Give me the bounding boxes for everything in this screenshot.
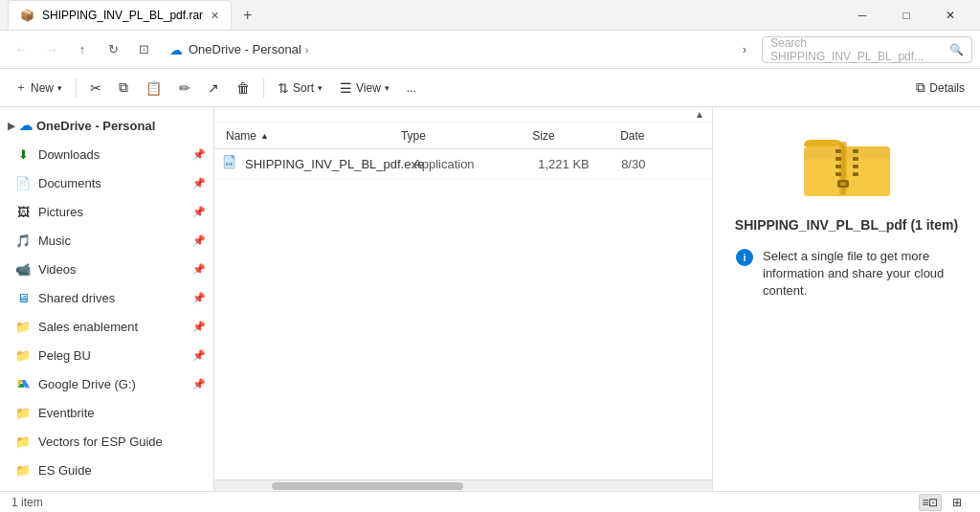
esguide-icon: 📁 [15, 462, 31, 478]
search-input[interactable]: Search SHIPPING_INV_PL_BL_pdf... 🔍 [762, 36, 972, 63]
back-button[interactable]: ← [8, 36, 34, 63]
cut-icon: ✂ [90, 80, 101, 96]
sidebar-item-sales[interactable]: 📁 Sales enablement 📌 [0, 312, 213, 341]
sort-label: Sort [293, 81, 314, 95]
forward-button[interactable]: → [38, 36, 65, 63]
pin-icon: 📌 [192, 263, 206, 276]
sidebar-item-pictures[interactable]: 🖼 Pictures 📌 [0, 197, 213, 226]
sort-arrow-icon: ▲ [695, 109, 704, 120]
sidebar-item-esguide[interactable]: 📁 ES Guide [0, 456, 213, 484]
delete-button[interactable]: 🗑 [229, 74, 257, 102]
grid-view-button[interactable]: ⊞ [946, 494, 969, 511]
maximize-button[interactable]: □ [884, 0, 928, 31]
file-list-header: Name ▲ Type Size Date [214, 122, 712, 149]
file-list: ▲ Name ▲ Type Size Date [214, 107, 712, 491]
music-icon: 🎵 [15, 233, 31, 248]
sort-chevron-icon: ▾ [318, 83, 323, 93]
paste-button[interactable]: 📋 [138, 74, 169, 102]
pin-icon: 📌 [192, 292, 206, 304]
more-button[interactable]: ... [399, 74, 424, 102]
sidebar-header-label: OneDrive - Personal [36, 119, 155, 133]
sidebar-item-documents[interactable]: 📄 Documents 📌 [0, 168, 213, 197]
file-name-cell: EXE SHIPPING_INV_PL_BL_pdf.exe [222, 154, 413, 174]
peleg-icon: 📁 [15, 347, 31, 363]
pin-icon: 📌 [192, 206, 206, 218]
sidebar-item-eventbrite-label: Eventbrite [38, 406, 95, 420]
breadcrumb-text: OneDrive - Personal [189, 42, 301, 56]
table-row[interactable]: EXE SHIPPING_INV_PL_BL_pdf.exe Applicati… [214, 149, 712, 180]
column-size-header[interactable]: Size [528, 129, 616, 143]
gdrive-icon [15, 376, 31, 391]
up-button[interactable]: ↑ [69, 36, 96, 63]
sidebar-item-music[interactable]: 🎵 Music 📌 [0, 226, 213, 255]
search-placeholder: Search SHIPPING_INV_PL_BL_pdf... [770, 36, 949, 63]
forward2-button[interactable]: › [731, 36, 758, 63]
view-icon: ☰ [340, 80, 352, 96]
column-date-header[interactable]: Date [616, 129, 704, 143]
rename-icon: ✏ [179, 80, 190, 96]
list-view-button[interactable]: ≡⊡ [919, 494, 942, 511]
folder-thumbnail [799, 122, 895, 202]
downloads-icon: ⬇ [15, 146, 31, 162]
view-label: View [356, 81, 381, 95]
sidebar-item-pictures-label: Pictures [38, 205, 83, 219]
file-date-cell: 8/30 [621, 157, 704, 171]
svg-rect-8 [835, 149, 841, 153]
sidebar-item-music-label: Music [38, 234, 71, 248]
sidebar-item-peleg[interactable]: 📁 Peleg BU 📌 [0, 341, 213, 369]
view-button[interactable]: ☰ View ▾ [332, 74, 397, 102]
column-size-label: Size [532, 129, 554, 143]
refresh-button[interactable]: ↻ [100, 36, 126, 63]
sidebar-item-vectors[interactable]: 📁 Vectors for ESP Guide [0, 427, 213, 456]
recent-locations-button[interactable]: ⊡ [130, 36, 157, 63]
file-type-cell: Application [413, 157, 538, 171]
sidebar-item-documents-label: Documents [38, 176, 101, 190]
close-button[interactable]: ✕ [928, 0, 972, 31]
svg-rect-15 [853, 172, 858, 176]
sidebar-item-esguide-label: ES Guide [38, 463, 92, 478]
sidebar-item-videos[interactable]: 📹 Videos 📌 [0, 255, 213, 283]
close-tab-icon[interactable]: ✕ [211, 10, 219, 22]
separator2 [263, 78, 264, 98]
breadcrumb[interactable]: ☁ OneDrive - Personal › [161, 36, 727, 63]
file-size: 1,221 KB [538, 157, 590, 171]
rename-button[interactable]: ✏ [171, 74, 198, 102]
share-button[interactable]: ↗ [200, 74, 227, 102]
new-chevron-icon: ▾ [57, 83, 62, 93]
search-icon: 🔍 [949, 43, 964, 56]
sort-button[interactable]: ⇅ Sort ▾ [270, 74, 330, 102]
view-chevron-icon: ▾ [385, 83, 390, 93]
file-type: Application [413, 157, 475, 171]
column-name-label: Name [226, 129, 256, 143]
sidebar-item-downloads[interactable]: ⬇ Downloads 📌 [0, 140, 213, 168]
list-view-icon: ≡⊡ [922, 496, 938, 509]
column-type-header[interactable]: Type [397, 129, 528, 143]
add-tab-button[interactable]: + [235, 3, 259, 28]
copy-button[interactable]: ⧉ [111, 74, 136, 102]
pin-icon: 📌 [192, 321, 206, 333]
details-icon: ⧉ [916, 79, 925, 96]
details-button[interactable]: ⧉ Details [908, 74, 972, 102]
svg-rect-17 [840, 182, 846, 186]
paste-icon: 📋 [145, 80, 162, 96]
sidebar-item-shared[interactable]: 🖥 Shared drives 📌 [0, 283, 213, 312]
sidebar-item-eventbrite[interactable]: 📁 Eventbrite [0, 398, 213, 427]
sidebar-item-downloads-label: Downloads [38, 147, 100, 162]
sidebar-item-gdrive[interactable]: Google Drive (G:) 📌 [0, 369, 213, 398]
more-icon: ... [407, 81, 416, 95]
sidebar-item-vectors-label: Vectors for ESP Guide [38, 434, 163, 449]
minimize-button[interactable]: ─ [840, 0, 884, 31]
svg-rect-11 [853, 157, 858, 161]
details-label: Details [929, 81, 965, 95]
sort-asc-icon: ▲ [260, 131, 269, 141]
new-button[interactable]: ＋ New ▾ [8, 74, 70, 102]
column-type-label: Type [401, 129, 426, 143]
svg-rect-12 [835, 165, 841, 168]
sidebar-header-onedrive[interactable]: ▶ ☁ OneDrive - Personal [0, 111, 213, 140]
cut-button[interactable]: ✂ [82, 74, 109, 102]
separator1 [76, 78, 77, 98]
svg-rect-14 [835, 172, 841, 176]
column-name-header[interactable]: Name ▲ [222, 129, 397, 143]
sidebar-item-videos-label: Videos [38, 262, 77, 277]
active-tab[interactable]: 📦 SHIPPING_INV_PL_BL_pdf.rar ✕ [8, 0, 232, 30]
